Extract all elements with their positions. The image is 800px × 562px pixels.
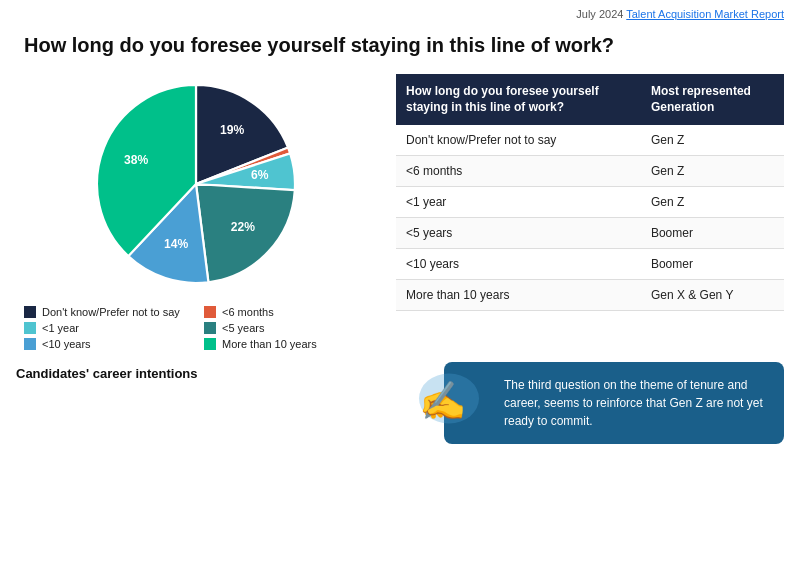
legend-label: More than 10 years xyxy=(222,338,317,350)
table-col2-header: Most represented Generation xyxy=(641,74,784,125)
svg-text:✍️: ✍️ xyxy=(419,378,467,424)
svg-text:38%: 38% xyxy=(124,153,148,167)
table-cell-question: <10 years xyxy=(396,249,641,280)
legend-color-box xyxy=(24,338,36,350)
bottom-area: Candidates' career intentions ✍️ The thi… xyxy=(0,350,800,444)
legend-label: <1 year xyxy=(42,322,79,334)
info-box-wrapper: ✍️ The third question on the theme of te… xyxy=(424,362,784,444)
legend-color-box xyxy=(204,322,216,334)
table-cell-generation: Boomer xyxy=(641,249,784,280)
table-cell-question: More than 10 years xyxy=(396,280,641,311)
table-cell-question: <6 months xyxy=(396,156,641,187)
table-row: <5 yearsBoomer xyxy=(396,218,784,249)
legend-item: <6 months xyxy=(204,306,368,318)
svg-text:22%: 22% xyxy=(231,220,255,234)
table-cell-question: <5 years xyxy=(396,218,641,249)
table-row: More than 10 yearsGen X & Gen Y xyxy=(396,280,784,311)
svg-text:6%: 6% xyxy=(251,168,269,182)
left-side: 19%6%22%14%38% Don't know/Prefer not to … xyxy=(16,74,376,350)
svg-text:19%: 19% xyxy=(220,123,244,137)
bottom-label: Candidates' career intentions xyxy=(16,362,424,381)
table-cell-generation: Gen Z xyxy=(641,187,784,218)
table-cell-generation: Gen Z xyxy=(641,125,784,156)
legend-item: <5 years xyxy=(204,322,368,334)
hand-icon: ✍️ xyxy=(414,369,484,438)
table-row: <6 monthsGen Z xyxy=(396,156,784,187)
table-row: <10 yearsBoomer xyxy=(396,249,784,280)
table-col1-header: How long do you foresee yourself staying… xyxy=(396,74,641,125)
table-cell-question: <1 year xyxy=(396,187,641,218)
top-bar: July 2024 Talent Acquisition Market Repo… xyxy=(0,0,800,24)
legend-color-box xyxy=(204,338,216,350)
table-cell-generation: Gen X & Gen Y xyxy=(641,280,784,311)
legend-item: More than 10 years xyxy=(204,338,368,350)
date-label: July 2024 xyxy=(576,8,623,20)
data-table: How long do you foresee yourself staying… xyxy=(396,74,784,311)
legend-color-box xyxy=(24,322,36,334)
main-title: How long do you foresee yourself staying… xyxy=(0,24,800,74)
legend-item: <10 years xyxy=(24,338,188,350)
svg-text:14%: 14% xyxy=(164,237,188,251)
info-box: The third question on the theme of tenur… xyxy=(444,362,784,444)
legend-label: Don't know/Prefer not to say xyxy=(42,306,180,318)
legend: Don't know/Prefer not to say<6 months<1 … xyxy=(16,306,376,350)
table-cell-generation: Gen Z xyxy=(641,156,784,187)
legend-label: <6 months xyxy=(222,306,274,318)
report-link[interactable]: Talent Acquisition Market Report xyxy=(626,8,784,20)
table-cell-question: Don't know/Prefer not to say xyxy=(396,125,641,156)
legend-color-box xyxy=(24,306,36,318)
legend-label: <10 years xyxy=(42,338,91,350)
content-area: 19%6%22%14%38% Don't know/Prefer not to … xyxy=(0,74,800,350)
right-side: How long do you foresee yourself staying… xyxy=(396,74,784,350)
legend-item: Don't know/Prefer not to say xyxy=(24,306,188,318)
info-box-text: The third question on the theme of tenur… xyxy=(504,378,763,428)
table-row: Don't know/Prefer not to sayGen Z xyxy=(396,125,784,156)
table-cell-generation: Boomer xyxy=(641,218,784,249)
legend-color-box xyxy=(204,306,216,318)
legend-label: <5 years xyxy=(222,322,265,334)
table-row: <1 yearGen Z xyxy=(396,187,784,218)
legend-item: <1 year xyxy=(24,322,188,334)
pie-chart: 19%6%22%14%38% xyxy=(66,74,326,294)
